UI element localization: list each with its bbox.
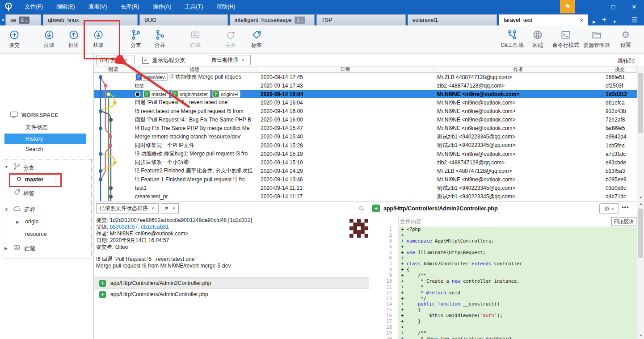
chevron-icon[interactable]: ▼ — [4, 207, 8, 212]
repo-tab-qbweb_linux[interactable]: qbweb_linux — [43, 14, 138, 25]
commit-row[interactable]: !2 Feature2 Finished 扁平化合并, 分支中的多次提2020-… — [94, 167, 637, 175]
repo-tab-BUG[interactable]: BUG — [139, 14, 228, 25]
scroll-down-icon[interactable]: ▼ — [637, 195, 644, 201]
toolbar-button-commit[interactable]: 提交 — [4, 28, 25, 49]
file-sort-dropdown[interactable]: 已依照文件状态排序∨ — [96, 203, 159, 213]
new-tab-button[interactable]: + — [602, 15, 606, 24]
commit-row[interactable]: !3 功能修改,修复bug1; Merge pull request !3 fr… — [94, 150, 637, 158]
scrollbar-thumb[interactable] — [638, 73, 643, 133]
file-list-item[interactable]: +app/Http/Controllers/AdminController.ph… — [94, 289, 369, 300]
diff-options-button[interactable]: ⚙ ∨ — [599, 203, 619, 214]
sidebar-section-tags[interactable]: 标签 — [23, 190, 34, 197]
toolbar-button-tag[interactable]: 标签 — [246, 28, 267, 49]
commit-row[interactable]: 回退 'Pull Request !5 : revert latest one'… — [94, 98, 637, 107]
menu-item[interactable]: 工具(T) — [178, 0, 210, 13]
commit-date: 2020-09-14 17:45 — [257, 73, 434, 81]
sidebar-item-文件状态[interactable]: 文件状态 — [25, 124, 48, 131]
commit-row[interactable]: !1 Feature 1 Finished Merge pull request… — [94, 176, 637, 184]
show-remote-checkbox[interactable]: ✓ — [142, 57, 149, 64]
detail-value[interactable]: b8303dfc57, db1efcab81 — [110, 224, 169, 230]
diff-file-header[interactable]: + app/Http/Controllers/Admin2Controller.… — [369, 201, 637, 216]
close-button[interactable]: ✕ — [624, 0, 644, 13]
toolbar-button-branch[interactable]: 分支 — [125, 28, 147, 49]
toolbar-button-folder[interactable]: 资源管理器 — [577, 28, 616, 49]
menu-item[interactable]: 帮助(H) — [210, 0, 242, 13]
code-token: */ — [407, 296, 426, 301]
menu-item[interactable]: 查看(V) — [82, 0, 114, 13]
file-view-mode-dropdown[interactable]: ∨ — [161, 203, 179, 213]
chevron-icon[interactable]: ▶ — [16, 220, 19, 224]
commit-row[interactable]: origin/dev!7 功能修改 Merge pull reques2020-… — [94, 73, 637, 81]
scroll-down-icon[interactable]: ▼ — [637, 333, 644, 339]
scroll-up-icon[interactable]: ▲ — [637, 201, 644, 207]
sidebar-item-resource[interactable]: resource — [25, 231, 47, 237]
repo-tab-se[interactable]: se6 ↓ — [5, 14, 41, 25]
commit-row[interactable]: test12020-09-14 11:21测试zlb1 <940223345@q… — [94, 184, 637, 193]
column-header-0[interactable]: 图谱 — [94, 67, 133, 72]
sort-by-dropdown[interactable]: 按日期排序∨ — [208, 55, 251, 65]
column-header-3[interactable]: 作者 — [434, 67, 603, 72]
menu-item[interactable]: 操作(A) — [146, 0, 178, 13]
repo-tab-intelligent_housekeepe[interactable]: intelligent_housekeepe1 ↓ — [230, 14, 315, 25]
sidebar-section-stashes[interactable]: 贮藏 — [24, 245, 35, 253]
rollback-hunk-button[interactable]: 回滚区块 — [611, 217, 636, 226]
toolbar-button-fetch[interactable]: 获取 — [88, 28, 109, 49]
diff-line-number: 1 — [369, 226, 398, 232]
maximize-button[interactable]: □ — [603, 0, 623, 13]
toolbar-button-merge[interactable]: 合并 — [149, 28, 171, 49]
history-scrollbar[interactable]: ▼ — [637, 66, 644, 201]
diff-line-content: + class Admin2Controller extends Control… — [398, 261, 637, 267]
commit-row[interactable]: !5 revert latest one Merge pull request … — [94, 107, 637, 116]
commit-row[interactable]: 同时修复同一个PHP文件2020-09-14 15:28测试zlb1 <9402… — [94, 141, 637, 150]
sidebar-section-remotes[interactable]: 远程 — [24, 206, 35, 214]
menu-item[interactable]: 仓库(R) — [114, 0, 146, 13]
sidebar-item-history[interactable]: History — [25, 136, 43, 142]
commit-row[interactable]: create test_pr2020-09-14 11:17测试zlb1 <94… — [94, 193, 637, 201]
sidebar-item-master[interactable]: master — [25, 176, 43, 183]
scrollbar-thumb[interactable] — [638, 209, 643, 258]
toolbar-button-gear[interactable]: ⚙设置 — [614, 28, 637, 49]
commit-row[interactable]: 同步后修改一个小功能2020-09-14 15:10zlb2 <48874712… — [94, 158, 637, 167]
tab-close-icon[interactable]: × — [573, 17, 583, 24]
column-header-2[interactable]: 日期 — [257, 67, 434, 72]
minimize-button[interactable]: ─ — [582, 0, 602, 13]
tab-list-dropdown-icon[interactable]: ▼ — [613, 20, 617, 24]
chevron-icon[interactable]: ▼ — [4, 165, 8, 169]
commit-author: Mr.NI9NE <ni9ne@outlook.com> — [434, 107, 603, 116]
repo-tab-laravel_test[interactable]: laravel_test× — [499, 14, 588, 25]
repo-tab-TSP[interactable]: TSP — [316, 14, 406, 25]
tab-scroll-right-icon[interactable]: ▶ — [593, 20, 596, 24]
column-header-4[interactable]: 提交 — [603, 67, 637, 72]
chevron-icon[interactable]: ▶ — [4, 246, 8, 251]
toolbar-button-pull[interactable]: 拉取 — [38, 28, 60, 49]
commit-row[interactable]: !4 Bug FIx The Same PHP By merge conflic… — [94, 124, 637, 133]
commit-row[interactable]: test2020-09-14 17:43zlb2 <488747128@qq.c… — [94, 81, 637, 90]
diff-line-number: 2 — [369, 232, 398, 238]
diff-line-number: 8 — [369, 267, 398, 272]
main-toolbar: 提交拉取推送获取分支合并贮藏丢弃标签Git工作流远端命令行模式资源管理器⚙设置 — [0, 25, 644, 54]
sidebar-item-origin[interactable]: origin — [25, 218, 39, 225]
column-header-1[interactable]: 描述 — [133, 67, 257, 72]
branch-label-master: master — [143, 90, 169, 98]
tab-scroll-left-icon[interactable]: ◄ — [0, 17, 5, 22]
sidebar-item-search[interactable]: Search — [25, 146, 43, 152]
commit-description: 回退 'Pull Request !4 : Bug FIx The Same P… — [133, 116, 257, 124]
menu-item[interactable]: 编辑(E) — [50, 0, 82, 13]
flag-button[interactable]: ⚑ — [560, 0, 575, 13]
sidebar-section-branches[interactable]: 分支 — [23, 164, 34, 172]
file-list-item[interactable]: +app/Http/Controllers/Admin2Controller.p… — [94, 278, 369, 289]
toolbar-button-push[interactable]: 推送 — [63, 28, 84, 49]
commit-row[interactable]: masterorigin/masterorigin/H2020-09-14 16… — [94, 90, 637, 98]
more-options-button[interactable]: ••• — [622, 204, 629, 210]
menu-item[interactable]: 文件(F) — [18, 0, 50, 13]
search-icon[interactable] — [358, 205, 365, 212]
commit-row[interactable]: 回退 'Pull Request !4 : Bug FIx The Same P… — [94, 116, 637, 124]
diff-scrollbar[interactable]: ▲ ▼ — [637, 201, 644, 339]
toolbar-button-label: 提交 — [4, 42, 25, 49]
repo-tab-eslaravel1[interactable]: eslaravel1 — [408, 14, 497, 25]
branch-filter-dropdown[interactable]: 所有分支∨ — [96, 55, 135, 65]
window-menu-icon[interactable]: ☰ — [632, 16, 638, 24]
commit-row[interactable]: Merge remote-tracking branch 'resource/d… — [94, 133, 637, 141]
tab-label: laravel_test — [504, 17, 532, 23]
toolbar-button-workflow[interactable]: Git工作流 — [495, 28, 529, 49]
